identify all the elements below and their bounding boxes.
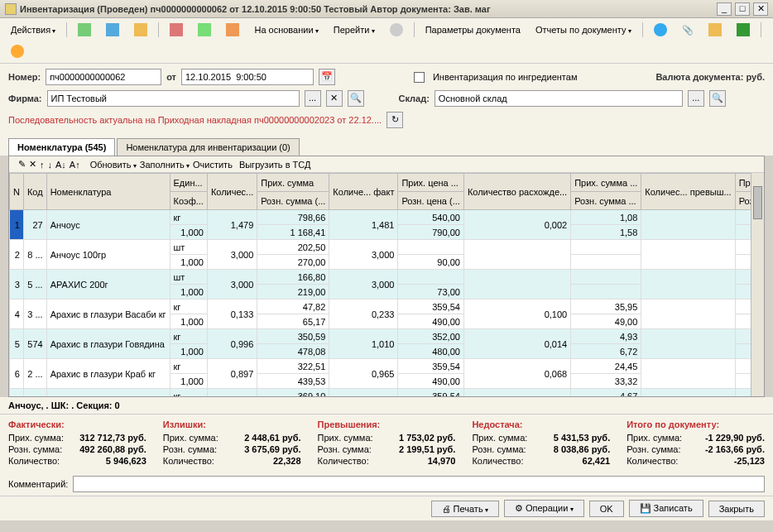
based-on-menu[interactable]: На основании [248, 22, 324, 37]
comment-input[interactable] [73, 476, 765, 492]
col-n[interactable]: N [10, 174, 24, 210]
save-button[interactable]: 💾 Записать [629, 500, 703, 517]
clear-button[interactable]: Очистить [193, 160, 233, 170]
minimize-button[interactable]: _ [717, 2, 732, 16]
main-toolbar: Действия На основании Перейти Параметры … [0, 18, 773, 64]
row-edit-icon[interactable]: ✎ [18, 159, 26, 170]
totals-panel: Фактически: Прих. сумма:312 712,73 руб. … [0, 414, 773, 472]
data-grid[interactable]: N Код Номенклатура Един... Количес... Пр… [9, 173, 764, 396]
params-button[interactable]: Параметры документа [420, 22, 526, 37]
clock-icon[interactable] [384, 21, 409, 39]
ok-button[interactable]: OK [589, 501, 624, 517]
tree-icon[interactable] [220, 21, 245, 39]
ingredients-label: Инвентаризация по ингредиентам [433, 72, 578, 82]
warehouse-input[interactable] [435, 90, 683, 107]
comment-label: Комментарий: [8, 479, 68, 489]
from-label: от [166, 72, 176, 82]
col-qty-over[interactable]: Количес... превыш... [641, 174, 735, 210]
export-tsd-button[interactable]: Выгрузить в ТСД [239, 160, 311, 170]
totals-excess: Превышения: Прих. сумма:1 753,02 руб. Ро… [318, 419, 456, 467]
sequence-text: Последовательность актуальна на Приходна… [8, 115, 382, 125]
tab-nomenclature[interactable]: Номенклатура (545) [8, 138, 115, 156]
tab-nomenclature-inv[interactable]: Номенклатура для инвентаризации (0) [117, 138, 299, 156]
attach-icon[interactable]: 📎 [676, 22, 699, 38]
operations-button[interactable]: ⚙ Операции [504, 500, 584, 517]
col-prih-sum[interactable]: Прих. сумма [257, 174, 329, 192]
reports-menu[interactable]: Отчеты по документу [530, 22, 637, 37]
number-label: Номер: [8, 72, 41, 82]
close-form-button[interactable]: Закрыть [708, 501, 765, 517]
vertical-scrollbar[interactable] [751, 173, 764, 396]
app-icon [5, 3, 17, 15]
col-rozn-sum2[interactable]: Розн. сумма ... [571, 192, 641, 210]
totals-shortage: Недостача: Прих. сумма:5 431,53 руб. Роз… [472, 419, 610, 467]
report-plus-icon[interactable] [192, 21, 217, 39]
sort-asc-icon[interactable]: A↓ [55, 160, 66, 170]
add-icon[interactable] [72, 21, 97, 39]
col-prih-price[interactable]: Прих. цена ... [398, 174, 463, 192]
goto-menu[interactable]: Перейти [328, 22, 381, 37]
table-row[interactable]: 127Анчоускг1,479798,661,481540,000,0021,… [10, 210, 765, 225]
row-down-icon[interactable]: ↓ [48, 160, 53, 170]
window-title: Инвентаризация (Проведен) пч000000000006… [20, 4, 717, 14]
print-button[interactable]: 🖨 Печать [431, 501, 499, 517]
col-prih-sum2[interactable]: Прих. сумма ... [571, 174, 641, 192]
col-qty[interactable]: Количес... [207, 174, 257, 210]
sequence-refresh-icon[interactable]: ↻ [386, 112, 403, 128]
help-icon[interactable] [5, 42, 30, 60]
form-area: Номер: от 📅 Инвентаризация по ингредиент… [0, 64, 773, 138]
currency-label: Валюта документа: руб. [655, 72, 765, 82]
totals-fact: Фактически: Прих. сумма:312 712,73 руб. … [8, 419, 146, 467]
refresh-button[interactable]: Обновить [90, 160, 137, 170]
firm-search-icon[interactable]: 🔍 [348, 90, 364, 107]
number-input[interactable] [46, 69, 161, 85]
list-icon[interactable] [703, 21, 727, 39]
warehouse-label: Склад: [399, 93, 430, 103]
totals-document: Итого по документу: Прих. сумма:-1 229,9… [627, 419, 765, 467]
post-icon[interactable] [128, 21, 153, 39]
firm-clear-button[interactable]: ✕ [326, 90, 343, 107]
col-nomen[interactable]: Номенклатура [46, 174, 170, 210]
table-row[interactable]: 5574Арахис в глазури Говядинакг0,996350,… [10, 329, 765, 344]
titlebar: Инвентаризация (Проведен) пч000000000006… [0, 0, 773, 18]
chart-icon[interactable] [648, 21, 673, 39]
col-code[interactable]: Код [23, 174, 46, 210]
tabs: Номенклатура (545) Номенклатура для инве… [0, 138, 773, 156]
col-rozn-sum[interactable]: Розн. сумма (... [257, 192, 329, 210]
col-unit[interactable]: Един... [170, 174, 207, 192]
maximize-button[interactable]: □ [735, 2, 750, 16]
warehouse-search-icon[interactable]: 🔍 [709, 90, 726, 107]
status-line: Анчоус, . ШК: . Секция: 0 [0, 397, 773, 414]
bottom-bar: 🖨 Печать ⚙ Операции OK 💾 Записать Закрыт… [0, 496, 773, 520]
firm-select-button[interactable]: ... [305, 90, 321, 107]
table-row[interactable]: 43 ...Арахис в глазури Васаби кгкг0,1334… [10, 300, 765, 314]
close-button[interactable]: ✕ [753, 2, 768, 16]
sort-desc-icon[interactable]: A↑ [70, 160, 80, 170]
totals-surplus: Излишки: Прих. сумма:2 448,61 руб. Розн.… [163, 419, 301, 467]
col-coef[interactable]: Коэф... [170, 192, 207, 210]
col-rozn-price[interactable]: Розн. цена (... [398, 192, 463, 210]
grid-toolbar: ✎ ✕ ↑ ↓ A↓ A↑ Обновить Заполнить Очистит… [9, 156, 764, 173]
actions-menu[interactable]: Действия [5, 22, 61, 37]
firm-input[interactable] [47, 90, 300, 107]
firm-label: Фирма: [8, 93, 42, 103]
table-row[interactable]: 62 ...Арахис в глазури Краб кгкг0,897322… [10, 359, 765, 374]
table-row[interactable]: 35 ...АРАХИС 200гшт3,000166,803,000 [10, 270, 765, 285]
col-qty-diff[interactable]: Количество расхожде... [463, 174, 570, 210]
calendar-icon[interactable]: 📅 [319, 69, 335, 85]
row-delete-icon[interactable]: ✕ [29, 159, 36, 170]
fill-button[interactable]: Заполнить [140, 160, 190, 170]
table-row[interactable]: 75Арахис в глазури Креветкикг369,101,043… [10, 389, 765, 397]
report-minus-icon[interactable] [164, 21, 189, 39]
col-qty-fact[interactable]: Количе... факт [329, 174, 398, 210]
comment-row: Комментарий: [0, 472, 773, 496]
warehouse-select-button[interactable]: ... [688, 90, 704, 107]
excel-icon[interactable] [731, 21, 756, 39]
row-up-icon[interactable]: ↑ [40, 160, 45, 170]
date-input[interactable] [181, 69, 314, 85]
copy-icon[interactable] [100, 21, 125, 39]
tab-content: ✎ ✕ ↑ ↓ A↓ A↑ Обновить Заполнить Очистит… [8, 156, 765, 397]
table-row[interactable]: 28 ...Анчоус 100гршт3,000202,503,000 [10, 240, 765, 255]
ingredients-checkbox[interactable] [414, 72, 425, 83]
